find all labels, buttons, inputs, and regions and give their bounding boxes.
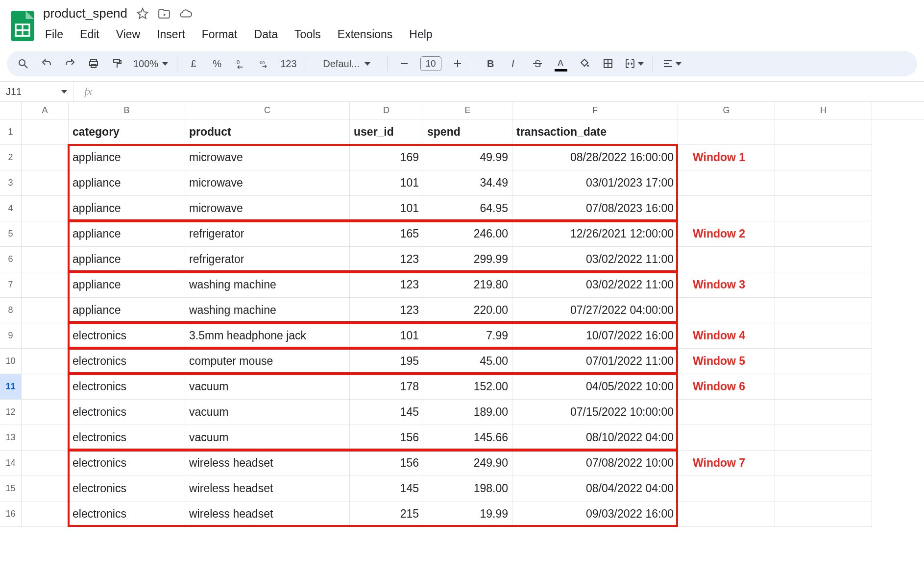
cell[interactable]: 07/08/2022 10:00 <box>512 451 678 476</box>
cell[interactable]: 145 <box>350 400 423 425</box>
cell[interactable]: 189.00 <box>423 400 512 425</box>
cell[interactable]: 34.49 <box>423 170 512 196</box>
text-color-button[interactable]: A <box>554 55 568 72</box>
cell[interactable]: microwave <box>185 196 350 221</box>
move-icon[interactable] <box>158 7 170 20</box>
cell[interactable]: washing machine <box>185 272 350 298</box>
menu-help[interactable]: Help <box>407 26 434 43</box>
redo-icon[interactable] <box>63 55 77 72</box>
cell[interactable]: refrigerator <box>185 221 350 247</box>
borders-button[interactable] <box>601 55 615 72</box>
cell[interactable]: 195 <box>350 349 423 374</box>
sheets-logo[interactable] <box>10 11 35 41</box>
cell[interactable] <box>22 145 69 170</box>
column-header-B[interactable]: B <box>69 102 185 119</box>
cell[interactable] <box>775 501 872 527</box>
cell[interactable]: 07/15/2022 10:00:00 <box>512 400 678 425</box>
menu-data[interactable]: Data <box>252 26 280 43</box>
cell[interactable]: electronics <box>69 349 185 374</box>
cell[interactable]: refrigerator <box>185 247 350 272</box>
cell[interactable]: 64.95 <box>423 196 512 221</box>
cell[interactable] <box>22 221 69 247</box>
cell[interactable] <box>22 476 69 501</box>
cell[interactable]: 165 <box>350 221 423 247</box>
cell[interactable]: microwave <box>185 145 350 170</box>
cell[interactable]: computer mouse <box>185 349 350 374</box>
cell[interactable]: vacuum <box>185 374 350 400</box>
cell[interactable]: 220.00 <box>423 298 512 323</box>
font-family-select[interactable]: Defaul... <box>315 55 379 72</box>
cell[interactable]: 49.99 <box>423 145 512 170</box>
cell[interactable] <box>22 451 69 476</box>
cell[interactable]: 299.99 <box>423 247 512 272</box>
cell[interactable]: 10/07/2022 16:00 <box>512 323 678 349</box>
cell[interactable] <box>775 247 872 272</box>
column-header-A[interactable]: A <box>22 102 69 119</box>
cell[interactable]: 123 <box>350 272 423 298</box>
cell[interactable] <box>775 451 872 476</box>
cell[interactable] <box>775 221 872 247</box>
row-header-6[interactable]: 6 <box>0 247 22 272</box>
more-formats-button[interactable]: 123 <box>280 55 296 72</box>
name-box[interactable]: J11 <box>0 82 73 101</box>
cell[interactable]: appliance <box>69 145 185 170</box>
cell[interactable] <box>775 196 872 221</box>
row-header-11[interactable]: 11 <box>0 374 22 400</box>
cell[interactable] <box>678 501 775 527</box>
cell[interactable]: 07/08/2023 16:00 <box>512 196 678 221</box>
font-size-input[interactable]: 10 <box>420 56 441 71</box>
cell[interactable]: appliance <box>69 221 185 247</box>
cell[interactable]: washing machine <box>185 298 350 323</box>
cell[interactable]: 156 <box>350 425 423 451</box>
cell[interactable]: 07/01/2022 11:00 <box>512 349 678 374</box>
increase-decimal-button[interactable]: .00 <box>257 55 271 72</box>
cell[interactable]: 7.99 <box>423 323 512 349</box>
cell[interactable] <box>22 247 69 272</box>
bold-button[interactable]: B <box>483 55 498 72</box>
cell[interactable] <box>775 476 872 501</box>
cell[interactable] <box>678 247 775 272</box>
decrease-decimal-button[interactable]: .0 <box>233 55 248 72</box>
cell[interactable]: 145 <box>350 476 423 501</box>
cell[interactable]: transaction_date <box>512 119 678 145</box>
increase-font-size-button[interactable] <box>450 55 465 72</box>
spreadsheet-grid[interactable]: ABCDEFGH 12345678910111213141516 categor… <box>0 102 924 552</box>
cell[interactable]: 09/03/2022 16:00 <box>512 501 678 527</box>
row-header-13[interactable]: 13 <box>0 425 22 451</box>
row-header-5[interactable]: 5 <box>0 221 22 247</box>
column-header-G[interactable]: G <box>678 102 775 119</box>
cell[interactable]: 215 <box>350 501 423 527</box>
star-icon[interactable] <box>136 7 149 20</box>
row-header-12[interactable]: 12 <box>0 400 22 425</box>
cell[interactable]: spend <box>423 119 512 145</box>
menu-insert[interactable]: Insert <box>155 26 187 43</box>
cell[interactable] <box>775 400 872 425</box>
cell[interactable]: 03/02/2022 11:00 <box>512 272 678 298</box>
cell[interactable]: 198.00 <box>423 476 512 501</box>
cell[interactable] <box>775 298 872 323</box>
menu-format[interactable]: Format <box>200 26 240 43</box>
cell[interactable] <box>775 272 872 298</box>
cell[interactable]: 123 <box>350 247 423 272</box>
cell[interactable]: user_id <box>350 119 423 145</box>
column-header-E[interactable]: E <box>423 102 512 119</box>
cell[interactable] <box>22 119 69 145</box>
column-header-F[interactable]: F <box>512 102 678 119</box>
cell[interactable]: 152.00 <box>423 374 512 400</box>
cell[interactable] <box>22 298 69 323</box>
row-header-4[interactable]: 4 <box>0 196 22 221</box>
fill-color-button[interactable] <box>577 55 592 72</box>
column-header-H[interactable]: H <box>775 102 872 119</box>
row-header-10[interactable]: 10 <box>0 349 22 374</box>
cell[interactable]: vacuum <box>185 425 350 451</box>
cell[interactable]: appliance <box>69 298 185 323</box>
cell[interactable] <box>775 119 872 145</box>
strikethrough-button[interactable]: S <box>530 55 545 72</box>
row-header-2[interactable]: 2 <box>0 145 22 170</box>
cell[interactable]: 246.00 <box>423 221 512 247</box>
row-header-7[interactable]: 7 <box>0 272 22 298</box>
cell[interactable]: 07/27/2022 04:00:00 <box>512 298 678 323</box>
cell[interactable] <box>22 170 69 196</box>
cell[interactable]: electronics <box>69 374 185 400</box>
cell[interactable]: 249.90 <box>423 451 512 476</box>
